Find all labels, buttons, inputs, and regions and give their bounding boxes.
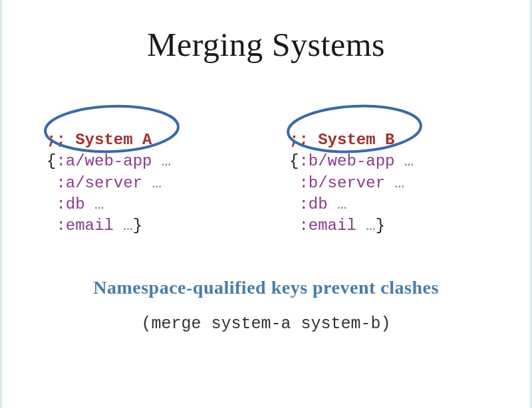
slide-border-left <box>0 0 2 408</box>
key-b-db: :db <box>299 195 327 213</box>
ellipsis: … <box>162 152 171 170</box>
ellipsis: … <box>366 217 375 235</box>
annotation-text: Namespace-qualified keys prevent clashes <box>0 277 532 298</box>
ellipsis: … <box>94 195 104 213</box>
open-brace-b: { <box>289 152 299 170</box>
system-a-comment: ;; System A <box>47 131 152 149</box>
key-b-email: :email <box>299 217 356 235</box>
close-brace-b: } <box>376 217 385 235</box>
ellipsis: … <box>337 195 346 213</box>
key-b-web-app: :b/web-app <box>299 152 394 170</box>
ellipsis: … <box>394 174 404 192</box>
close-brace-a: } <box>133 217 142 235</box>
system-b-block: ;; System B {:b/web-app … :b/server … :d… <box>289 86 414 258</box>
slide-title: Merging Systems <box>0 25 532 64</box>
key-a-web-app: :a/web-app <box>56 152 152 170</box>
system-b-comment: ;; System B <box>289 131 394 149</box>
open-brace-a: { <box>47 152 56 170</box>
ellipsis: … <box>404 152 414 170</box>
key-a-email: :email <box>56 217 113 235</box>
key-a-db: :db <box>56 195 84 213</box>
key-a-server: :a/server <box>56 174 142 192</box>
system-a-block: ;; System A {:a/web-app … :a/server … :d… <box>47 86 289 258</box>
ellipsis: … <box>123 217 132 235</box>
ellipsis: … <box>152 174 161 192</box>
key-b-server: :b/server <box>299 174 385 192</box>
merge-expression: (merge system-a system-b) <box>0 314 532 334</box>
systems-row: ;; System A {:a/web-app … :a/server … :d… <box>0 86 532 258</box>
